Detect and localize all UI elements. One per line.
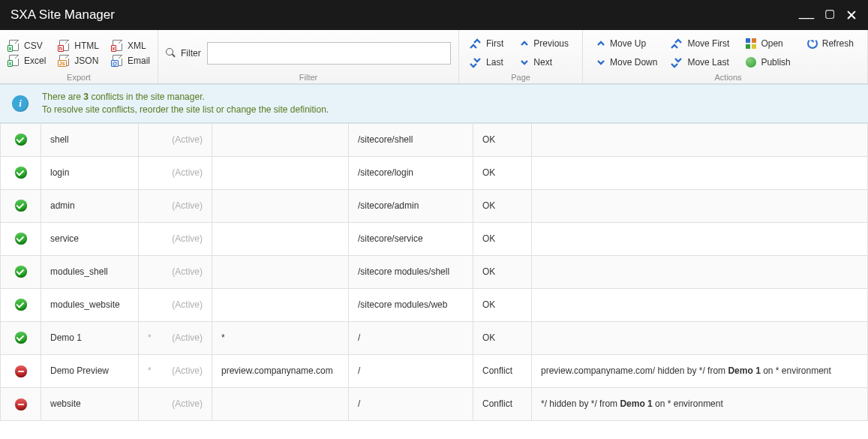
ribbon-group-export-label: Export — [8, 71, 150, 82]
filter-button[interactable]: Filter — [166, 48, 201, 59]
page-first-button[interactable]: First — [473, 37, 503, 51]
active-label: (Active) — [172, 266, 203, 277]
export-json-button[interactable]: Js JSON — [58, 55, 99, 67]
move-last-button[interactable]: Move Last — [674, 56, 729, 70]
active-label: (Active) — [172, 365, 203, 376]
status-cell — [1, 156, 41, 189]
message-cell — [532, 123, 868, 156]
path-cell: / — [349, 321, 473, 354]
active-cell: *(Active) — [139, 321, 212, 354]
export-json-label: JSON — [74, 56, 98, 66]
table-row[interactable]: Demo Preview*(Active)preview.companyname… — [1, 354, 868, 387]
host-cell: * — [212, 321, 349, 354]
site-name-cell: website — [41, 387, 139, 420]
info-line2: To resolve site conflicts, reorder the s… — [42, 104, 329, 116]
host-cell: preview.companyname.com — [212, 354, 349, 387]
next-icon — [520, 58, 529, 67]
active-cell: *(Active) — [139, 354, 212, 387]
status-cell — [1, 354, 41, 387]
ribbon-group-page-label: Page — [473, 71, 569, 82]
csv-icon: x — [8, 40, 20, 52]
ribbon-group-actions: Move Up Move First Ope — [583, 30, 868, 83]
page-next-button[interactable]: Next — [520, 56, 569, 70]
table-row[interactable]: Demo 1*(Active)*/OK — [1, 321, 868, 354]
publish-button[interactable]: Publish — [746, 56, 790, 70]
table-row[interactable]: admin(Active)/sitecore/adminOK — [1, 189, 868, 222]
host-cell — [212, 222, 349, 255]
page-previous-button[interactable]: Previous — [520, 37, 569, 51]
path-cell: /sitecore/service — [349, 222, 473, 255]
export-email-button[interactable]: @ Email — [111, 55, 150, 67]
state-cell: OK — [473, 255, 532, 288]
path-cell: /sitecore/login — [349, 156, 473, 189]
state-cell: OK — [473, 123, 532, 156]
site-name-cell: modules_website — [41, 288, 139, 321]
wildcard-marker: * — [148, 365, 152, 376]
status-cell — [1, 255, 41, 288]
message-cell — [532, 321, 868, 354]
info-text: There are 3 conflicts in the site manage… — [42, 91, 329, 116]
first-icon — [473, 37, 482, 51]
site-name-cell: Demo 1 — [41, 321, 139, 354]
active-label: (Active) — [172, 134, 203, 145]
path-cell: /sitecore modules/shell — [349, 255, 473, 288]
active-cell: (Active) — [139, 222, 212, 255]
state-cell: OK — [473, 189, 532, 222]
export-excel-button[interactable]: x Excel — [8, 55, 46, 67]
table-row[interactable]: login(Active)/sitecore/loginOK — [1, 156, 868, 189]
status-cell — [1, 288, 41, 321]
path-cell: / — [349, 354, 473, 387]
status-ok-icon — [15, 266, 27, 278]
table-row[interactable]: shell(Active)/sitecore/shellOK — [1, 123, 868, 156]
filter-input[interactable] — [207, 42, 451, 65]
table-row[interactable]: modules_website(Active)/sitecore modules… — [1, 288, 868, 321]
status-ok-icon — [15, 134, 27, 146]
minimize-button[interactable]: __ — [799, 4, 814, 21]
table-row[interactable]: modules_shell(Active)/sitecore modules/s… — [1, 255, 868, 288]
close-button[interactable]: ✕ — [845, 7, 857, 24]
page-previous-label: Previous — [533, 38, 569, 49]
ribbon-group-filter-label: Filter — [166, 71, 451, 82]
status-cell — [1, 387, 41, 420]
active-cell: (Active) — [139, 387, 212, 420]
move-up-button[interactable]: Move Up — [596, 37, 657, 51]
ribbon-group-filter: Filter Filter — [158, 30, 459, 83]
page-last-button[interactable]: Last — [473, 56, 503, 70]
host-cell — [212, 156, 349, 189]
path-cell: /sitecore/shell — [349, 123, 473, 156]
table-row[interactable]: service(Active)/sitecore/serviceOK — [1, 222, 868, 255]
site-name-cell: shell — [41, 123, 139, 156]
move-first-button[interactable]: Move First — [674, 37, 729, 51]
active-cell: (Active) — [139, 189, 212, 222]
table-row[interactable]: website(Active)/Conflict*/ hidden by */ … — [1, 387, 868, 420]
info-line1-c: conflicts in the site manager. — [89, 92, 205, 102]
open-label: Open — [761, 38, 782, 49]
message-cell — [532, 189, 868, 222]
export-html-label: HTML — [74, 41, 99, 51]
chevron-down-icon — [596, 58, 605, 67]
export-csv-label: CSV — [24, 41, 43, 51]
html-icon: h — [58, 40, 70, 52]
status-ok-icon — [15, 200, 27, 212]
move-down-button[interactable]: Move Down — [596, 56, 657, 70]
active-label: (Active) — [172, 200, 203, 211]
host-cell — [212, 123, 349, 156]
double-chevron-up-icon — [674, 37, 683, 51]
active-label: (Active) — [172, 233, 203, 244]
export-html-button[interactable]: h HTML — [58, 40, 99, 52]
message-cell: */ hidden by */ from Demo 1 on * environ… — [532, 387, 868, 420]
status-cell — [1, 123, 41, 156]
refresh-button[interactable]: Refresh — [807, 37, 854, 51]
active-label: (Active) — [172, 332, 203, 343]
site-name-cell: login — [41, 156, 139, 189]
export-csv-button[interactable]: x CSV — [8, 40, 46, 52]
maximize-button[interactable]: ▢ — [824, 7, 835, 24]
export-xml-button[interactable]: x XML — [111, 40, 150, 52]
json-icon: Js — [58, 55, 70, 67]
state-cell: OK — [473, 222, 532, 255]
page-last-label: Last — [486, 57, 503, 68]
active-cell: (Active) — [139, 123, 212, 156]
refresh-label: Refresh — [822, 38, 854, 49]
open-button[interactable]: Open — [746, 37, 790, 51]
status-ok-icon — [15, 167, 27, 179]
